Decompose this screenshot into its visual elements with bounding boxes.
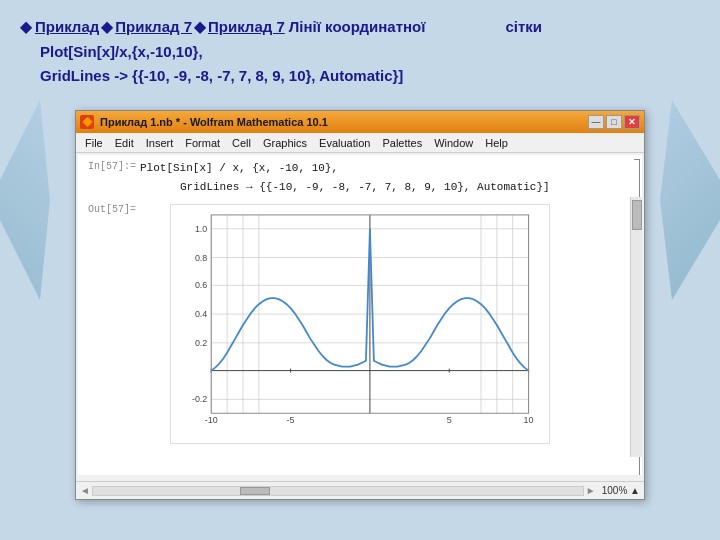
input-code[interactable]: Plot[Sin[x] / x, {x, -10, 10}, GridLines…: [140, 161, 618, 200]
svg-text:0.6: 0.6: [195, 280, 207, 290]
svg-text:0.4: 0.4: [195, 309, 207, 319]
svg-text:1.0: 1.0: [195, 224, 207, 234]
header-line2: Plot[Sin[x]/x,{x,-10,10},: [40, 43, 203, 60]
header-link-pryklad[interactable]: Приклад: [35, 16, 99, 39]
svg-text:10: 10: [524, 415, 534, 425]
right-decoration: [660, 100, 720, 300]
svg-text:-10: -10: [205, 415, 218, 425]
svg-text:-0.2: -0.2: [192, 394, 207, 404]
header-title-suffix: Лінії координатної: [289, 16, 426, 39]
menu-graphics[interactable]: Graphics: [258, 136, 312, 150]
plot-container[interactable]: -10 -5 5 10 -0.2 0.2 0.4 0.6 0.8 1.0: [170, 204, 550, 444]
menu-window[interactable]: Window: [429, 136, 478, 150]
menu-evaluation[interactable]: Evaluation: [314, 136, 375, 150]
maximize-button[interactable]: □: [606, 115, 622, 129]
svg-text:0.2: 0.2: [195, 338, 207, 348]
menu-format[interactable]: Format: [180, 136, 225, 150]
svg-text:-5: -5: [287, 415, 295, 425]
horizontal-scrollbar[interactable]: [92, 486, 584, 496]
window-title: Приклад 1.nb * - Wolfram Mathematica 10.…: [100, 116, 588, 128]
header-sep2: ◆: [194, 16, 206, 39]
code-line1: Plot[Sin[x] / x, {x, -10, 10},: [140, 161, 618, 176]
header-link-pryklad7[interactable]: Приклад 7: [115, 16, 192, 39]
out-label: Out[57]=: [88, 204, 136, 215]
header-sitky-right: сітки: [505, 16, 542, 39]
app-icon: 🔶: [80, 115, 94, 129]
minimize-button[interactable]: —: [588, 115, 604, 129]
title-bar: 🔶 Приклад 1.nb * - Wolfram Mathematica 1…: [76, 111, 644, 133]
header-area: ◆ Приклад ◆ Приклад 7 ◆ Приклад 7 Лінії …: [10, 8, 710, 96]
plot-svg: -10 -5 5 10 -0.2 0.2 0.4 0.6 0.8 1.0: [171, 205, 549, 443]
code-line2: GridLines → {{-10, -9, -8, -7, 7, 8, 9, …: [180, 180, 618, 195]
close-button[interactable]: ✕: [624, 115, 640, 129]
vertical-scrollbar[interactable]: [630, 197, 642, 457]
input-label: In[57]:=: [88, 161, 136, 172]
header-sep1: ◆: [101, 16, 113, 39]
header-link-pryklad7b[interactable]: Приклад 7: [208, 16, 285, 39]
scroll-right-btn[interactable]: ►: [586, 485, 596, 496]
bottom-bar: ◄ ► 100% ▲: [76, 481, 644, 499]
menu-help[interactable]: Help: [480, 136, 513, 150]
menu-cell[interactable]: Cell: [227, 136, 256, 150]
scrollbar-thumb[interactable]: [632, 200, 642, 230]
header-line3: GridLines -> {{-10, -9, -8, -7, 7, 8, 9,…: [40, 67, 403, 84]
menu-file[interactable]: File: [80, 136, 108, 150]
menu-edit[interactable]: Edit: [110, 136, 139, 150]
menu-insert[interactable]: Insert: [141, 136, 179, 150]
scroll-left-btn[interactable]: ◄: [80, 485, 90, 496]
left-decoration: [0, 100, 50, 300]
title-bar-buttons: — □ ✕: [588, 115, 640, 129]
menu-palettes[interactable]: Palettes: [377, 136, 427, 150]
notebook-content: In[57]:= Plot[Sin[x] / x, {x, -10, 10}, …: [78, 155, 642, 475]
svg-rect-0: [172, 205, 549, 443]
mathematica-window: 🔶 Приклад 1.nb * - Wolfram Mathematica 1…: [75, 110, 645, 500]
svg-text:5: 5: [447, 415, 452, 425]
notebook-main: In[57]:= Plot[Sin[x] / x, {x, -10, 10}, …: [78, 155, 628, 475]
menu-bar: File Edit Insert Format Cell Graphics Ev…: [76, 133, 644, 153]
svg-text:0.8: 0.8: [195, 252, 207, 262]
zoom-label: 100% ▲: [602, 485, 640, 496]
header-bullet: ◆: [20, 16, 32, 39]
h-scrollbar-thumb[interactable]: [240, 487, 270, 495]
